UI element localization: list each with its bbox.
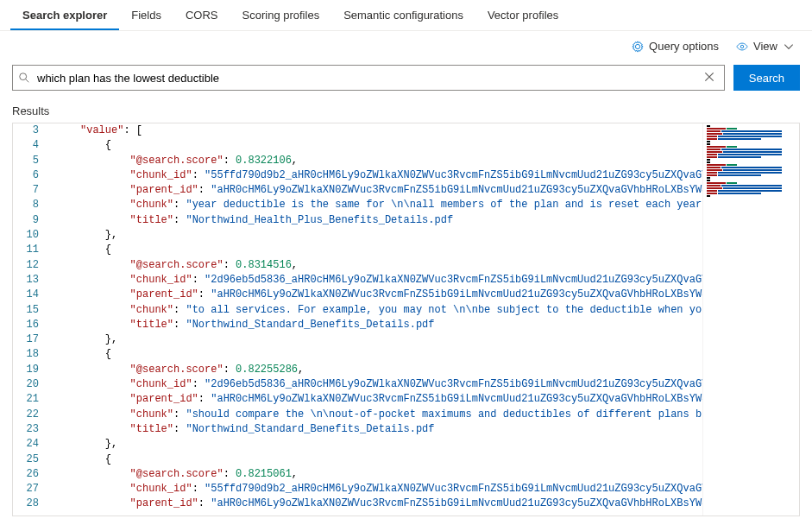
query-options-label: Query options (649, 40, 719, 53)
search-box[interactable] (12, 65, 725, 91)
svg-line-2 (26, 79, 29, 83)
eye-icon (736, 41, 748, 53)
toolbar: Query options View (0, 31, 812, 61)
search-icon (18, 72, 30, 84)
svg-point-1 (20, 73, 27, 80)
view-label: View (753, 40, 777, 53)
search-row: Search (0, 61, 812, 101)
search-button[interactable]: Search (733, 65, 800, 91)
tab-scoring-profiles[interactable]: Scoring profiles (230, 0, 332, 30)
tab-search-explorer[interactable]: Search explorer (10, 0, 119, 30)
tab-vector-profiles[interactable]: Vector profiles (475, 0, 570, 30)
svg-point-0 (740, 45, 744, 48)
search-input[interactable] (30, 72, 700, 85)
minimap[interactable] (702, 123, 799, 516)
tab-bar: Search explorerFieldsCORSScoring profile… (0, 0, 812, 31)
line-gutter: 3456789101112131415161718192021222324252… (13, 123, 54, 516)
tab-fields[interactable]: Fields (119, 0, 173, 30)
results-label: Results (0, 101, 812, 123)
clear-icon[interactable] (700, 71, 719, 85)
tab-cors[interactable]: CORS (173, 0, 230, 30)
code-content[interactable]: "value": [ { "@search.score": 0.8322106,… (54, 123, 702, 516)
code-area[interactable]: 3456789101112131415161718192021222324252… (13, 123, 702, 516)
gear-icon (632, 41, 644, 53)
view-button[interactable]: View (736, 40, 795, 53)
chevron-down-icon (783, 41, 795, 53)
tab-semantic-configurations[interactable]: Semantic configurations (331, 0, 475, 30)
results-editor: 3456789101112131415161718192021222324252… (12, 123, 800, 516)
query-options-button[interactable]: Query options (632, 40, 719, 53)
